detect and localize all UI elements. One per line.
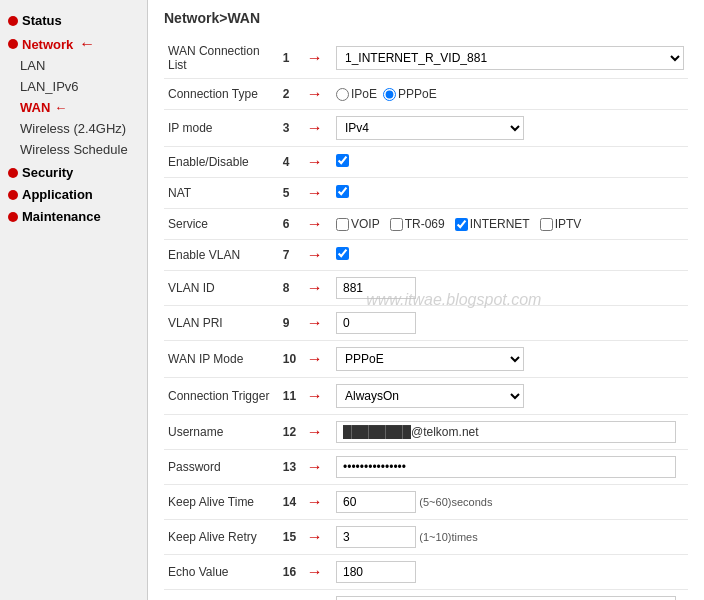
pppoe-radio[interactable] xyxy=(383,88,396,101)
sidebar-security[interactable]: Security xyxy=(0,160,147,182)
keep-alive-time-hint: (5~60)seconds xyxy=(419,496,492,508)
label-vlan-id: VLAN ID xyxy=(164,271,279,306)
iptv-checkbox[interactable] xyxy=(540,218,553,231)
label-wan-connection-list: WAN Connection List xyxy=(164,38,279,79)
echo-value-input[interactable] xyxy=(336,561,416,583)
label-echo-value: Echo Value xyxy=(164,555,279,590)
value-ip-mode: IPv4 xyxy=(332,110,688,147)
arrow-15: → xyxy=(303,520,332,555)
num-6: 6 xyxy=(279,209,303,240)
enable-disable-checkbox[interactable] xyxy=(336,154,349,167)
num-4: 4 xyxy=(279,147,303,178)
sidebar-maintenance-label: Maintenance xyxy=(22,209,101,224)
internet-label[interactable]: INTERNET xyxy=(455,217,530,231)
num-1: 1 xyxy=(279,38,303,79)
network-dot xyxy=(8,39,18,49)
vlan-id-input[interactable] xyxy=(336,277,416,299)
wan-ip-mode-select[interactable]: PPPoE xyxy=(336,347,524,371)
sidebar-application[interactable]: Application xyxy=(0,182,147,204)
table-row: WAN IP Mode 10 → PPPoE xyxy=(164,341,688,378)
value-echo-value xyxy=(332,555,688,590)
num-17: 17 xyxy=(279,590,303,601)
label-ip-mode: IP mode xyxy=(164,110,279,147)
arrow-11: → xyxy=(303,378,332,415)
arrow-6: → xyxy=(303,209,332,240)
label-keep-alive-time: Keep Alive Time xyxy=(164,485,279,520)
table-row: Echo Value 16 → xyxy=(164,555,688,590)
value-nat xyxy=(332,178,688,209)
num-7: 7 xyxy=(279,240,303,271)
arrow-8: → xyxy=(303,271,332,306)
arrow-17: → xyxy=(303,590,332,601)
keep-alive-retry-input[interactable] xyxy=(336,526,416,548)
sidebar-item-wireless[interactable]: Wireless (2.4GHz) xyxy=(0,118,147,139)
wan-connection-select[interactable]: 1_INTERNET_R_VID_881 xyxy=(336,46,684,70)
network-arrow: ← xyxy=(79,35,95,53)
value-vlan-id xyxy=(332,271,688,306)
connection-trigger-select[interactable]: AlwaysOn xyxy=(336,384,524,408)
label-enable-disable: Enable/Disable xyxy=(164,147,279,178)
voip-checkbox[interactable] xyxy=(336,218,349,231)
pppoe-label[interactable]: PPPoE xyxy=(383,87,437,101)
vlan-pri-input[interactable] xyxy=(336,312,416,334)
connection-type-group: IPoE PPPoE xyxy=(336,87,684,101)
label-connection-trigger: Connection Trigger xyxy=(164,378,279,415)
table-row: Service 6 → VOIP TR-069 INTERNET IPTV xyxy=(164,209,688,240)
value-keep-alive-time: (5~60)seconds xyxy=(332,485,688,520)
keep-alive-time-input[interactable] xyxy=(336,491,416,513)
value-enable-disable xyxy=(332,147,688,178)
sidebar-status[interactable]: Status xyxy=(0,8,147,30)
sidebar-item-wan[interactable]: WAN ← xyxy=(0,97,147,118)
value-keep-alive-retry: (1~10)times xyxy=(332,520,688,555)
internet-checkbox[interactable] xyxy=(455,218,468,231)
arrow-13: → xyxy=(303,450,332,485)
password-input[interactable] xyxy=(336,456,676,478)
label-wan-ip-mode: WAN IP Mode xyxy=(164,341,279,378)
iptv-label[interactable]: IPTV xyxy=(540,217,582,231)
arrow-9: → xyxy=(303,306,332,341)
num-3: 3 xyxy=(279,110,303,147)
sidebar-item-wireless-schedule[interactable]: Wireless Schedule xyxy=(0,139,147,160)
label-service: Service xyxy=(164,209,279,240)
num-10: 10 xyxy=(279,341,303,378)
table-row: VLAN PRI 9 → xyxy=(164,306,688,341)
sidebar-item-lan[interactable]: LAN xyxy=(0,55,147,76)
table-row: VLAN ID 8 → xyxy=(164,271,688,306)
voip-label[interactable]: VOIP xyxy=(336,217,380,231)
label-connection-type: Connection Type xyxy=(164,79,279,110)
num-16: 16 xyxy=(279,555,303,590)
label-password: Password xyxy=(164,450,279,485)
maintenance-dot xyxy=(8,212,18,222)
username-input[interactable] xyxy=(336,421,676,443)
label-keep-alive-retry: Keep Alive Retry xyxy=(164,520,279,555)
sidebar-maintenance[interactable]: Maintenance xyxy=(0,204,147,226)
label-nat: NAT xyxy=(164,178,279,209)
arrow-12: → xyxy=(303,415,332,450)
value-vlan-pri xyxy=(332,306,688,341)
enable-vlan-checkbox[interactable] xyxy=(336,247,349,260)
table-row: NAT 5 → xyxy=(164,178,688,209)
tr069-label[interactable]: TR-069 xyxy=(390,217,445,231)
num-11: 11 xyxy=(279,378,303,415)
nat-checkbox[interactable] xyxy=(336,185,349,198)
label-username: Username xyxy=(164,415,279,450)
wan-arrow: ← xyxy=(54,100,67,115)
keep-alive-retry-hint: (1~10)times xyxy=(419,531,477,543)
arrow-16: → xyxy=(303,555,332,590)
ip-mode-select[interactable]: IPv4 xyxy=(336,116,524,140)
table-row: Keep Alive Time 14 → (5~60)seconds xyxy=(164,485,688,520)
main-content: Network>WAN www.itwae.blogspot.com WAN C… xyxy=(148,0,704,600)
ipoe-radio[interactable] xyxy=(336,88,349,101)
manual-dns-input[interactable] xyxy=(336,596,676,600)
table-row: Connection Type 2 → IPoE PPPoE xyxy=(164,79,688,110)
table-row: Password 13 → xyxy=(164,450,688,485)
sidebar-item-lan-ipv6[interactable]: LAN_IPv6 xyxy=(0,76,147,97)
sidebar-network-label: Network xyxy=(22,37,73,52)
num-14: 14 xyxy=(279,485,303,520)
sidebar-network[interactable]: Network ← xyxy=(0,30,147,55)
security-dot xyxy=(8,168,18,178)
arrow-10: → xyxy=(303,341,332,378)
ipoe-label[interactable]: IPoE xyxy=(336,87,377,101)
tr069-checkbox[interactable] xyxy=(390,218,403,231)
arrow-5: → xyxy=(303,178,332,209)
